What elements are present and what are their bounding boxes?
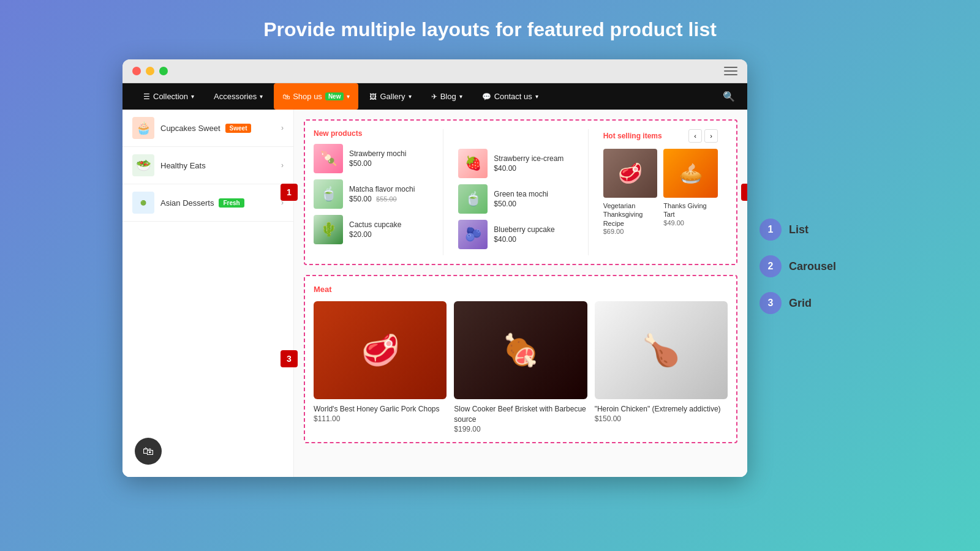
product-price: $40.00 [494, 235, 573, 244]
asian-icon: 🟢 [132, 192, 154, 214]
nav-gallery[interactable]: 🖼 Gallery ▾ [361, 83, 420, 110]
meat-item[interactable]: 🍗 "Heroin Chicken" (Extremely addictive)… [595, 301, 728, 433]
sidebar-item-label: Asian Desserts [160, 198, 214, 208]
hot-grid: 🥩 Vegetarian Thanksgiving Recipe $69.00 … [603, 149, 718, 235]
new-products-right: 🍓 Strawberry ice-cream $40.00 🍵 Green te… [458, 129, 573, 255]
chevron-down-icon: ▾ [459, 93, 462, 100]
hamburger-icon[interactable] [724, 67, 737, 75]
chevron-down-icon: ▾ [535, 93, 538, 100]
legend-label-carousel: Carousel [789, 260, 836, 273]
cupcake-icon: 🧁 [132, 117, 154, 139]
hot-item-name: Vegetarian Thanksgiving Recipe [603, 201, 658, 228]
shop-icon: 🛍 [282, 92, 290, 101]
legend-circle-1: 1 [760, 219, 782, 241]
hot-item-name: Thanks Giving Tart [663, 201, 718, 219]
product-price: $50.00 [349, 159, 428, 168]
legend-circle-2: 2 [760, 255, 782, 277]
sidebar-arrow-icon: › [281, 124, 284, 132]
product-thumbnail: 🍵 [314, 179, 343, 209]
layout-badge-2: 2 [741, 184, 747, 201]
sidebar-item-label: Cupcakes Sweet [160, 124, 221, 133]
product-name: Strawberry mochi [349, 149, 428, 159]
hot-item[interactable]: 🥧 Thanks Giving Tart $49.00 [663, 149, 718, 235]
nav-contact[interactable]: 💬 Contact us ▾ [473, 83, 547, 110]
product-name: Blueberry cupcake [494, 225, 573, 235]
shopify-badge[interactable]: 🛍 [135, 438, 162, 465]
browser-dots [132, 67, 168, 75]
hot-item-image: 🥧 [663, 149, 718, 198]
meat-item-image: 🍗 [595, 301, 728, 399]
meat-section-title: Meat [314, 285, 728, 294]
list-item[interactable]: 🫐 Blueberry cupcake $40.00 [458, 220, 573, 249]
grid-section-box: 3 Meat 🥩 World's Best Honey Garlic Pork … [304, 275, 737, 443]
legend: 1 List 2 Carousel 3 Grid [760, 59, 858, 314]
product-thumbnail: 🍵 [458, 184, 488, 214]
list-item[interactable]: 🍵 Green tea mochi $50.00 [458, 184, 573, 214]
list-section-box: 1 New products 🍡 Strawberry mochi $50.00 [304, 119, 737, 265]
list-item[interactable]: 🍡 Strawberry mochi $50.00 [314, 144, 428, 173]
chevron-down-icon: ▾ [347, 93, 350, 100]
meat-item[interactable]: 🍖 Slow Cooker Beef Brisket with Barbecue… [454, 301, 587, 433]
layout-badge-1: 1 [281, 184, 298, 201]
fullscreen-dot[interactable] [159, 67, 168, 75]
new-badge: New [325, 92, 344, 100]
hot-selling-column: Hot selling items ‹ › 🥩 Vegetarian Thank… [603, 129, 718, 255]
chevron-down-icon: ▾ [260, 93, 263, 100]
hot-nav: ‹ › [688, 129, 718, 143]
meat-item-price: $111.00 [314, 414, 447, 423]
list-section: New products 🍡 Strawberry mochi $50.00 🍵 [314, 129, 728, 255]
hot-item-image: 🥩 [603, 149, 658, 198]
product-price: $20.00 [349, 230, 428, 239]
product-price: $50.00 [494, 200, 573, 208]
product-name: Matcha flavor mochi [349, 185, 428, 195]
product-thumbnail: 🍓 [458, 149, 488, 178]
meat-item-name: "Heroin Chicken" (Extremely addictive) [595, 404, 728, 414]
hot-selling-header: Hot selling items ‹ › [603, 129, 718, 143]
nav-collection[interactable]: ☰ Collection ▾ [135, 83, 203, 110]
list-item[interactable]: 🌵 Cactus cupcake $20.00 [314, 215, 428, 244]
legend-label-grid: Grid [789, 297, 812, 310]
product-price: $50.00 $55.00 [349, 195, 428, 203]
sidebar-item-healthy[interactable]: 🥗 Healthy Eats › [123, 147, 293, 184]
product-name: Strawberry ice-cream [494, 154, 573, 164]
nav-shop[interactable]: 🛍 Shop us New ▾ [274, 83, 358, 110]
fresh-badge: Fresh [219, 198, 244, 208]
gallery-icon: 🖼 [369, 92, 377, 101]
list-item[interactable]: 🍵 Matcha flavor mochi $50.00 $55.00 [314, 179, 428, 209]
divider [443, 129, 443, 255]
legend-item-carousel: 2 Carousel [760, 255, 858, 277]
nav-accessories[interactable]: Accessories ▾ [205, 83, 271, 110]
hot-item[interactable]: 🥩 Vegetarian Thanksgiving Recipe $69.00 [603, 149, 658, 235]
hot-item-price: $69.00 [603, 228, 658, 235]
product-name: Green tea mochi [494, 190, 573, 200]
divider [588, 129, 589, 255]
meat-item[interactable]: 🥩 World's Best Honey Garlic Pork Chops $… [314, 301, 447, 433]
minimize-dot[interactable] [146, 67, 154, 75]
meat-item-image: 🍖 [454, 301, 587, 399]
product-price: $40.00 [494, 164, 573, 173]
new-products-left: New products 🍡 Strawberry mochi $50.00 🍵 [314, 129, 428, 255]
legend-circle-3: 3 [760, 292, 782, 314]
sidebar-item-label: Healthy Eats [160, 161, 206, 170]
meat-item-price: $199.00 [454, 425, 587, 433]
sidebar-item-asian[interactable]: 🟢 Asian Desserts Fresh › [123, 184, 293, 222]
legend-item-list: 1 List [760, 219, 858, 241]
sweet-badge: Sweet [225, 124, 252, 133]
product-thumbnail: 🍡 [314, 144, 343, 173]
meat-grid: 🥩 World's Best Honey Garlic Pork Chops $… [314, 301, 728, 433]
chevron-down-icon: ▾ [409, 93, 412, 100]
close-dot[interactable] [132, 67, 141, 75]
blog-icon: ✈ [431, 92, 437, 101]
meat-item-price: $150.00 [595, 414, 728, 423]
content-area: 1 New products 🍡 Strawberry mochi $50.00 [294, 110, 747, 477]
next-button[interactable]: › [704, 129, 718, 143]
product-thumbnail: 🫐 [458, 220, 488, 249]
meat-item-name: World's Best Honey Garlic Pork Chops [314, 404, 447, 414]
prev-button[interactable]: ‹ [688, 129, 702, 143]
legend-item-grid: 3 Grid [760, 292, 858, 314]
sidebar-item-cupcakes[interactable]: 🧁 Cupcakes Sweet Sweet › [123, 110, 293, 147]
meat-item-image: 🥩 [314, 301, 447, 399]
list-item[interactable]: 🍓 Strawberry ice-cream $40.00 [458, 149, 573, 178]
nav-blog[interactable]: ✈ Blog ▾ [423, 83, 471, 110]
search-icon[interactable]: 🔍 [723, 91, 735, 102]
